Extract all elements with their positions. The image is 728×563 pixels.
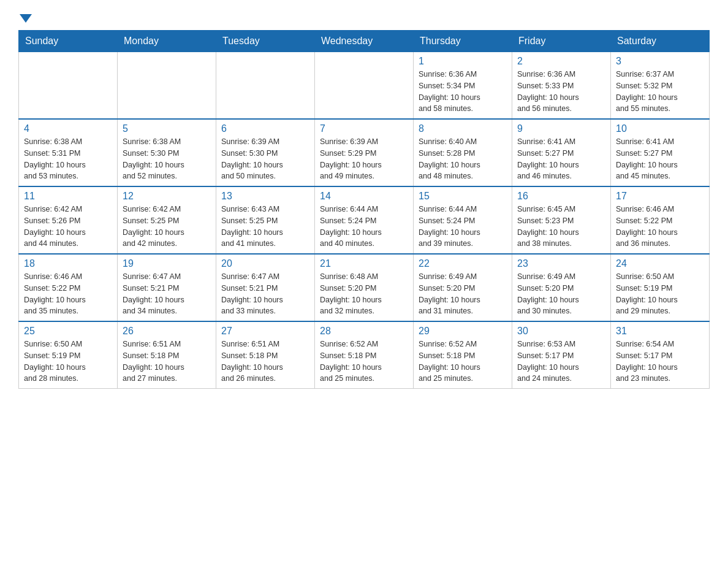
day-number: 25	[24, 326, 112, 337]
day-number: 4	[24, 123, 112, 134]
column-header-sunday: Sunday	[19, 31, 118, 52]
day-info: Sunrise: 6:36 AMSunset: 5:33 PMDaylight:…	[517, 69, 605, 115]
day-number: 15	[419, 191, 507, 202]
day-info: Sunrise: 6:37 AMSunset: 5:32 PMDaylight:…	[616, 69, 704, 115]
day-number: 19	[123, 258, 211, 269]
day-number: 29	[419, 326, 507, 337]
day-number: 9	[517, 123, 605, 134]
day-info: Sunrise: 6:45 AMSunset: 5:23 PMDaylight:…	[517, 204, 605, 250]
day-number: 26	[123, 326, 211, 337]
day-info: Sunrise: 6:46 AMSunset: 5:22 PMDaylight:…	[24, 271, 112, 317]
calendar-week-row: 18Sunrise: 6:46 AMSunset: 5:22 PMDayligh…	[19, 254, 710, 321]
calendar-cell: 26Sunrise: 6:51 AMSunset: 5:18 PMDayligh…	[118, 321, 216, 389]
day-info: Sunrise: 6:54 AMSunset: 5:17 PMDaylight:…	[616, 339, 704, 385]
day-info: Sunrise: 6:42 AMSunset: 5:25 PMDaylight:…	[123, 204, 211, 250]
calendar-cell: 3Sunrise: 6:37 AMSunset: 5:32 PMDaylight…	[611, 52, 710, 120]
calendar-cell: 29Sunrise: 6:52 AMSunset: 5:18 PMDayligh…	[414, 321, 512, 389]
day-info: Sunrise: 6:39 AMSunset: 5:29 PMDaylight:…	[320, 136, 408, 182]
calendar-week-row: 4Sunrise: 6:38 AMSunset: 5:31 PMDaylight…	[19, 119, 710, 186]
day-info: Sunrise: 6:52 AMSunset: 5:18 PMDaylight:…	[419, 339, 507, 385]
calendar-cell: 15Sunrise: 6:44 AMSunset: 5:24 PMDayligh…	[414, 186, 512, 254]
calendar-week-row: 11Sunrise: 6:42 AMSunset: 5:26 PMDayligh…	[19, 186, 710, 254]
calendar-cell: 8Sunrise: 6:40 AMSunset: 5:28 PMDaylight…	[414, 119, 512, 186]
calendar-cell: 9Sunrise: 6:41 AMSunset: 5:27 PMDaylight…	[512, 119, 611, 186]
column-header-wednesday: Wednesday	[315, 31, 414, 52]
calendar-cell: 10Sunrise: 6:41 AMSunset: 5:27 PMDayligh…	[611, 119, 710, 186]
day-info: Sunrise: 6:38 AMSunset: 5:30 PMDaylight:…	[123, 136, 211, 182]
calendar-cell: 30Sunrise: 6:53 AMSunset: 5:17 PMDayligh…	[512, 321, 611, 389]
day-info: Sunrise: 6:51 AMSunset: 5:18 PMDaylight:…	[123, 339, 211, 385]
column-header-friday: Friday	[512, 31, 611, 52]
day-number: 8	[419, 123, 507, 134]
day-number: 1	[419, 56, 507, 67]
calendar-cell: 21Sunrise: 6:48 AMSunset: 5:20 PMDayligh…	[315, 254, 414, 321]
calendar-cell: 12Sunrise: 6:42 AMSunset: 5:25 PMDayligh…	[118, 186, 216, 254]
day-info: Sunrise: 6:50 AMSunset: 5:19 PMDaylight:…	[24, 339, 112, 385]
day-number: 16	[517, 191, 605, 202]
calendar-cell	[216, 52, 315, 120]
column-header-saturday: Saturday	[611, 31, 710, 52]
calendar-cell	[315, 52, 414, 120]
day-number: 23	[517, 258, 605, 269]
day-number: 18	[24, 258, 112, 269]
calendar-cell: 7Sunrise: 6:39 AMSunset: 5:29 PMDaylight…	[315, 119, 414, 186]
day-info: Sunrise: 6:43 AMSunset: 5:25 PMDaylight:…	[221, 204, 309, 250]
day-info: Sunrise: 6:42 AMSunset: 5:26 PMDaylight:…	[24, 204, 112, 250]
day-number: 6	[221, 123, 309, 134]
calendar-cell: 14Sunrise: 6:44 AMSunset: 5:24 PMDayligh…	[315, 186, 414, 254]
day-number: 22	[419, 258, 507, 269]
calendar-cell: 4Sunrise: 6:38 AMSunset: 5:31 PMDaylight…	[19, 119, 118, 186]
calendar-cell: 28Sunrise: 6:52 AMSunset: 5:18 PMDayligh…	[315, 321, 414, 389]
calendar-cell: 11Sunrise: 6:42 AMSunset: 5:26 PMDayligh…	[19, 186, 118, 254]
calendar-cell: 24Sunrise: 6:50 AMSunset: 5:19 PMDayligh…	[611, 254, 710, 321]
calendar-week-row: 1Sunrise: 6:36 AMSunset: 5:34 PMDaylight…	[19, 52, 710, 120]
day-info: Sunrise: 6:39 AMSunset: 5:30 PMDaylight:…	[221, 136, 309, 182]
day-number: 31	[616, 326, 704, 337]
calendar-week-row: 25Sunrise: 6:50 AMSunset: 5:19 PMDayligh…	[19, 321, 710, 389]
day-number: 5	[123, 123, 211, 134]
calendar-table: SundayMondayTuesdayWednesdayThursdayFrid…	[18, 30, 710, 389]
day-number: 7	[320, 123, 408, 134]
day-info: Sunrise: 6:53 AMSunset: 5:17 PMDaylight:…	[517, 339, 605, 385]
logo-triangle-icon	[20, 14, 32, 23]
day-number: 28	[320, 326, 408, 337]
day-info: Sunrise: 6:47 AMSunset: 5:21 PMDaylight:…	[123, 271, 211, 317]
page-header	[18, 12, 710, 24]
column-header-tuesday: Tuesday	[216, 31, 315, 52]
calendar-cell: 23Sunrise: 6:49 AMSunset: 5:20 PMDayligh…	[512, 254, 611, 321]
day-number: 30	[517, 326, 605, 337]
calendar-cell: 27Sunrise: 6:51 AMSunset: 5:18 PMDayligh…	[216, 321, 315, 389]
calendar-cell: 1Sunrise: 6:36 AMSunset: 5:34 PMDaylight…	[414, 52, 512, 120]
calendar-cell: 6Sunrise: 6:39 AMSunset: 5:30 PMDaylight…	[216, 119, 315, 186]
day-number: 14	[320, 191, 408, 202]
day-number: 10	[616, 123, 704, 134]
calendar-cell: 17Sunrise: 6:46 AMSunset: 5:22 PMDayligh…	[611, 186, 710, 254]
day-info: Sunrise: 6:44 AMSunset: 5:24 PMDaylight:…	[419, 204, 507, 250]
day-number: 11	[24, 191, 112, 202]
calendar-cell: 5Sunrise: 6:38 AMSunset: 5:30 PMDaylight…	[118, 119, 216, 186]
calendar-cell: 18Sunrise: 6:46 AMSunset: 5:22 PMDayligh…	[19, 254, 118, 321]
day-number: 17	[616, 191, 704, 202]
calendar-cell: 16Sunrise: 6:45 AMSunset: 5:23 PMDayligh…	[512, 186, 611, 254]
column-header-monday: Monday	[118, 31, 216, 52]
day-info: Sunrise: 6:41 AMSunset: 5:27 PMDaylight:…	[517, 136, 605, 182]
day-info: Sunrise: 6:40 AMSunset: 5:28 PMDaylight:…	[419, 136, 507, 182]
day-info: Sunrise: 6:38 AMSunset: 5:31 PMDaylight:…	[24, 136, 112, 182]
day-info: Sunrise: 6:50 AMSunset: 5:19 PMDaylight:…	[616, 271, 704, 317]
day-info: Sunrise: 6:48 AMSunset: 5:20 PMDaylight:…	[320, 271, 408, 317]
day-info: Sunrise: 6:51 AMSunset: 5:18 PMDaylight:…	[221, 339, 309, 385]
day-info: Sunrise: 6:36 AMSunset: 5:34 PMDaylight:…	[419, 69, 507, 115]
day-info: Sunrise: 6:49 AMSunset: 5:20 PMDaylight:…	[517, 271, 605, 317]
calendar-header-row: SundayMondayTuesdayWednesdayThursdayFrid…	[19, 31, 710, 52]
day-info: Sunrise: 6:47 AMSunset: 5:21 PMDaylight:…	[221, 271, 309, 317]
day-number: 20	[221, 258, 309, 269]
day-info: Sunrise: 6:41 AMSunset: 5:27 PMDaylight:…	[616, 136, 704, 182]
day-info: Sunrise: 6:46 AMSunset: 5:22 PMDaylight:…	[616, 204, 704, 250]
day-number: 2	[517, 56, 605, 67]
calendar-cell: 25Sunrise: 6:50 AMSunset: 5:19 PMDayligh…	[19, 321, 118, 389]
calendar-cell: 13Sunrise: 6:43 AMSunset: 5:25 PMDayligh…	[216, 186, 315, 254]
day-number: 13	[221, 191, 309, 202]
day-info: Sunrise: 6:52 AMSunset: 5:18 PMDaylight:…	[320, 339, 408, 385]
day-info: Sunrise: 6:49 AMSunset: 5:20 PMDaylight:…	[419, 271, 507, 317]
column-header-thursday: Thursday	[414, 31, 512, 52]
